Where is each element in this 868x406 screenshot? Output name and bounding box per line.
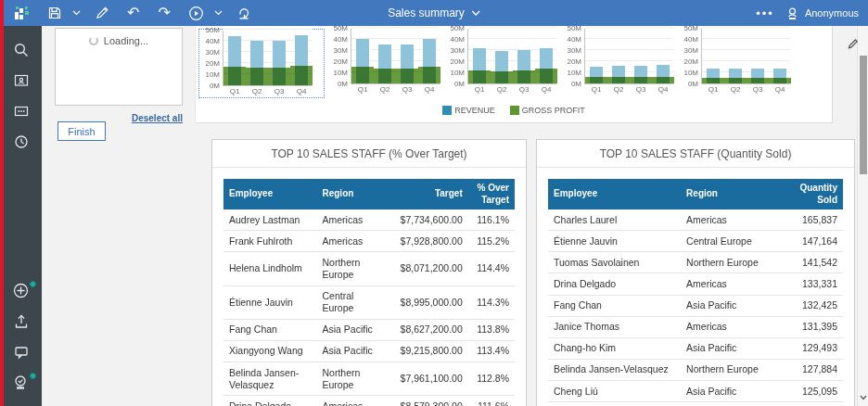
table-cell: Americas [681, 273, 778, 295]
add-source-icon[interactable] [0, 276, 42, 305]
mini-bar-chart-4[interactable]: 50M40M30M20M10M0M Q1Q2Q3Q4 [562, 29, 674, 94]
table-row[interactable]: Chang-ho KimAsia Pacific129,493 [548, 337, 843, 359]
play-icon[interactable] [182, 0, 211, 26]
table-cell: Asia Pacific [316, 340, 386, 362]
x-axis-label: Q1 [585, 85, 607, 94]
recent-icon[interactable] [0, 127, 42, 156]
y-axis-tick: 0M [338, 80, 348, 88]
comment-icon[interactable] [0, 337, 42, 366]
x-axis-label: Q3 [630, 85, 652, 94]
mini-bar-chart-2[interactable]: 50M40M30M20M10M0M Q1Q2Q3Q4 [328, 29, 440, 94]
play-menu-chevron-icon[interactable] [211, 8, 226, 18]
gross-profit-bar[interactable] [630, 77, 652, 83]
mini-bar-chart-3[interactable]: 50M40M30M20M10M0M Q1Q2Q3Q4 [445, 29, 557, 94]
table-cell: Asia Pacific [681, 295, 778, 316]
gross-profit-bar[interactable] [769, 78, 791, 83]
gross-profit-bar[interactable] [374, 69, 396, 83]
table-row[interactable]: Drina DelgadoAmericas133,331 [548, 273, 843, 295]
finish-button[interactable]: Finish [57, 121, 106, 141]
table-row[interactable]: Belinda Jansen-VelasquezNorthern Europe1… [548, 359, 843, 380]
app-logo-icon[interactable] [7, 0, 37, 26]
gross-profit-bar[interactable] [607, 77, 630, 83]
gross-profit-bar[interactable] [747, 78, 769, 83]
undo-icon[interactable]: ↶ [120, 0, 147, 26]
table-cell: Audrey Lastman [223, 209, 316, 231]
x-axis-label: Q1 [223, 87, 246, 95]
gross-profit-bar[interactable] [246, 68, 268, 85]
deselect-all-link[interactable]: Deselect all [132, 113, 183, 123]
report-title-menu[interactable]: Sales summary [388, 0, 480, 26]
gross-profit-bar[interactable] [223, 67, 246, 85]
table-cell: Northern Europe [316, 252, 386, 285]
table-row[interactable]: Cheng LiúAsia Pacific125,095 [548, 381, 843, 402]
table-row[interactable]: Frank FuhlrothAmericas$7,928,800.00115.2… [223, 231, 515, 252]
table-cell: Central Europe [681, 231, 778, 252]
approval-icon[interactable] [0, 368, 42, 397]
column-header[interactable]: Employee [223, 179, 316, 209]
redo-icon[interactable]: ↷ [150, 0, 177, 26]
column-header[interactable]: Region [316, 179, 386, 209]
table-row[interactable]: Charles LaurelAmericas165,837 [548, 209, 843, 231]
gross-profit-bar[interactable] [418, 67, 440, 83]
column-header[interactable]: Employee [548, 179, 681, 209]
table-cell: 112.8% [468, 362, 515, 396]
gross-profit-bar[interactable] [468, 70, 491, 83]
column-header[interactable]: Target [387, 179, 468, 209]
scrollbar-thumb[interactable] [860, 56, 867, 174]
x-axis-label: Q2 [724, 85, 747, 94]
loading-spinner-icon [89, 36, 98, 45]
table-row[interactable]: Belinda Jansen-VelasquezNorthern Europe$… [223, 362, 515, 396]
table-cell: 132,425 [778, 295, 843, 316]
table-row[interactable]: Fang ChanAsia Pacific$8,627,200.00113.8% [223, 319, 515, 340]
mini-bar-chart-5[interactable]: 50M40M30M20M10M0M Q1Q2Q3Q4 [679, 29, 791, 94]
search-icon[interactable] [0, 35, 42, 64]
gross-profit-bar[interactable] [724, 78, 747, 83]
edit-pencil-icon[interactable] [88, 0, 116, 26]
gross-profit-bar[interactable] [585, 77, 607, 83]
gridline [585, 49, 673, 50]
table-row[interactable]: Étienne JauvinCentral Europe$8,995,000.0… [223, 285, 515, 319]
table-row[interactable]: Fang ChanAsia Pacific132,425 [548, 295, 843, 316]
gross-profit-bar[interactable] [396, 69, 418, 83]
report-title: Sales summary [388, 6, 465, 19]
table-row[interactable]: Tuomas SavolainenNorthern Europe141,542 [548, 252, 843, 273]
gross-profit-bar[interactable] [535, 69, 557, 83]
more-options-icon[interactable]: ••• [756, 6, 774, 20]
table-cell: Drina Delgado [548, 273, 681, 295]
y-axis-tick: 40M [205, 37, 220, 45]
table-row[interactable]: Janice ThomasAmericas131,395 [548, 316, 843, 337]
table-cell: Charles Laurel [548, 209, 681, 231]
scrollbar-down-arrow-icon[interactable] [858, 387, 868, 404]
gridline [223, 29, 312, 30]
table-cell: Asia Pacific [316, 319, 386, 340]
vertical-scrollbar[interactable] [857, 26, 868, 406]
team-content-icon[interactable] [0, 96, 42, 125]
table-row[interactable]: Helena LindholmNorthern Europe$8,071,200… [223, 252, 515, 285]
gross-profit-bar[interactable] [491, 71, 513, 83]
column-header[interactable]: % Over Target [468, 179, 515, 209]
user-menu[interactable]: Anonymous [785, 6, 859, 20]
y-axis-tick: 20M [450, 57, 465, 66]
upload-icon[interactable] [0, 307, 42, 336]
table-row[interactable]: Drina DelgadoAmericas$8,579,300.00111.6% [223, 396, 515, 406]
gross-profit-bar[interactable] [513, 70, 535, 83]
column-header[interactable]: Quantity Sold [778, 179, 843, 209]
column-header[interactable]: Region [681, 179, 778, 209]
gross-profit-bar[interactable] [652, 77, 674, 83]
gross-profit-bar[interactable] [351, 67, 374, 83]
table-row[interactable]: Frank FuhlrothAmericas124,482 [548, 402, 843, 406]
save-menu-chevron-icon[interactable] [69, 8, 84, 18]
table-row[interactable]: Audrey LastmanAmericas$7,734,600.00116.1… [223, 209, 515, 231]
gross-profit-bar[interactable] [268, 68, 290, 85]
my-content-icon[interactable] [0, 66, 42, 95]
table-row[interactable]: Xiangyong WangAsia Pacific$9,215,800.001… [223, 340, 515, 362]
gross-profit-bar[interactable] [290, 66, 313, 85]
mini-bar-chart-1[interactable]: 50M40M30M20M10M0M Q1Q2Q3Q4 [200, 31, 313, 95]
save-icon[interactable] [41, 0, 69, 26]
share-icon[interactable] [230, 0, 258, 26]
table-cell: 127,884 [778, 359, 843, 380]
gross-profit-bar[interactable] [702, 78, 724, 83]
canvas-edit-pencil-icon[interactable] [847, 37, 859, 54]
table-row[interactable]: Étienne JauvinCentral Europe147,164 [548, 231, 843, 252]
y-axis-tick: 10M [450, 69, 465, 77]
